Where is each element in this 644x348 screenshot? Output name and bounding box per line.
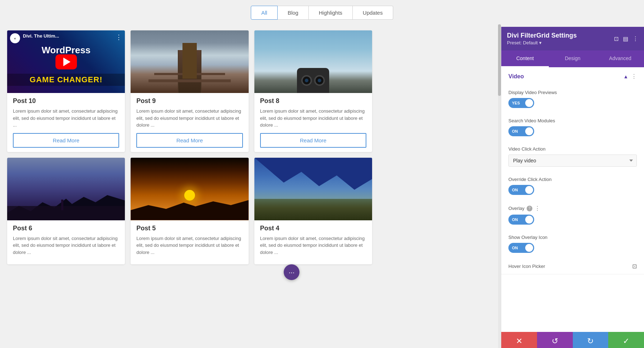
post-card-8: Post 8 Lorem ipsum dolor sit amet, conse…: [254, 30, 372, 152]
search-video-toggle-label: ON: [509, 129, 518, 133]
overlay-help-icon[interactable]: ?: [527, 206, 532, 211]
video-section-title: Video: [508, 73, 524, 80]
hover-icon-picker-button[interactable]: ⊡: [632, 263, 637, 270]
video-click-label: Video Click Action: [508, 146, 637, 152]
display-video-toggle-wrap: YES: [508, 98, 637, 108]
override-click-toggle[interactable]: ON: [508, 185, 534, 195]
search-video-knob: [525, 127, 533, 135]
filter-tab-updates[interactable]: Updates: [353, 6, 393, 20]
post-grid: e Divi. The Ultim... ⋮ WordPress GAME CH…: [7, 30, 372, 264]
save-button[interactable]: ✓: [608, 332, 644, 348]
video-section: Video ▲ ⋮ Display Video Previews YES: [501, 67, 644, 274]
show-overlay-knob: [525, 244, 533, 252]
expand-icon[interactable]: ⊡: [614, 35, 619, 42]
dock-plank: [148, 79, 231, 82]
display-video-toggle[interactable]: YES: [508, 98, 534, 108]
redo-button[interactable]: ↻: [573, 332, 609, 348]
layout-icon[interactable]: ▤: [623, 35, 628, 42]
overlay-toggle-wrap: ON: [508, 215, 637, 225]
section-header-icons: ▲ ⋮: [623, 73, 637, 80]
yt-more-icon[interactable]: ⋮: [116, 33, 122, 41]
save-icon: ✓: [623, 337, 629, 346]
cancel-icon: ✕: [516, 337, 522, 346]
preset-label: Preset: Default: [507, 40, 538, 45]
display-video-knob: [525, 99, 533, 107]
read-more-button-8[interactable]: Read More: [260, 133, 366, 148]
purple-foreground: [7, 206, 125, 220]
search-video-label: Search Video Modules: [508, 118, 637, 123]
tab-content[interactable]: Content: [501, 50, 549, 67]
filter-tabs-bar: All Blog Highlights Updates: [0, 0, 644, 27]
search-video-toggle[interactable]: ON: [508, 126, 534, 136]
post-excerpt-5: Lorem ipsum dolor sit amet, consectetur …: [136, 235, 243, 256]
settings-body: Video ▲ ⋮ Display Video Previews YES: [501, 67, 644, 332]
read-more-button-10[interactable]: Read More: [13, 133, 119, 148]
post-card-body-6: Post 6 Lorem ipsum dolor sit amet, conse…: [7, 220, 125, 265]
binoculars-shape: [297, 68, 329, 93]
settings-header-left: Divi FilterGrid Settings Preset: Default…: [507, 32, 577, 45]
overlay-label: Overlay: [508, 206, 525, 211]
youtube-thumbnail[interactable]: e Divi. The Ultim... ⋮ WordPress GAME CH…: [7, 30, 125, 93]
more-options-icon[interactable]: ⋮: [633, 35, 638, 42]
tab-advanced[interactable]: Advanced: [596, 50, 644, 67]
filter-tab-all[interactable]: All: [251, 6, 278, 20]
tab-design[interactable]: Design: [549, 50, 596, 67]
post-card-body-5: Post 5 Lorem ipsum dolor sit amet, conse…: [131, 220, 248, 265]
binocular-left-eye: [301, 75, 312, 86]
video-section-header[interactable]: Video ▲ ⋮: [501, 67, 644, 85]
read-more-button-9[interactable]: Read More: [136, 133, 243, 148]
post-image-8: [254, 30, 372, 93]
settings-panel: Divi FilterGrid Settings Preset: Default…: [501, 27, 644, 348]
post-card-6: Post 6 Lorem ipsum dolor sit amet, conse…: [7, 158, 125, 265]
grid-area: e Divi. The Ultim... ⋮ WordPress GAME CH…: [0, 27, 501, 348]
elegant-logo: e: [10, 33, 20, 43]
post-title-4: Post 4: [260, 225, 366, 232]
post-title-9: Post 9: [136, 97, 243, 105]
overlay-label-row: Overlay ? ⋮: [508, 205, 637, 212]
display-video-toggle-label: YES: [509, 101, 520, 105]
cancel-button[interactable]: ✕: [501, 332, 537, 348]
show-overlay-toggle[interactable]: ON: [508, 243, 534, 253]
filter-tab-blog[interactable]: Blog: [278, 6, 309, 20]
preset-chevron[interactable]: ▾: [539, 40, 542, 45]
undo-icon: ↺: [552, 337, 558, 346]
floating-menu-button[interactable]: ···: [284, 264, 299, 280]
post-card-10: e Divi. The Ultim... ⋮ WordPress GAME CH…: [7, 30, 125, 152]
post-excerpt-4: Lorem ipsum dolor sit amet, consectetur …: [260, 235, 366, 256]
overlay-dots-icon[interactable]: ⋮: [535, 205, 540, 212]
main-content: e Divi. The Ultim... ⋮ WordPress GAME CH…: [0, 27, 644, 348]
display-video-label: Display Video Previews: [508, 90, 637, 95]
hover-icon-picker-label: Hover Icon Picker: [508, 264, 545, 269]
play-triangle: [63, 58, 70, 66]
dock-plank2: [154, 73, 225, 75]
override-click-knob: [525, 186, 533, 194]
post-image-4: [254, 158, 372, 220]
show-overlay-toggle-label: ON: [509, 246, 518, 250]
search-video-toggle-wrap: ON: [508, 126, 637, 136]
undo-button[interactable]: ↺: [537, 332, 573, 348]
scrollbar-thumb[interactable]: [498, 24, 501, 96]
section-more-icon[interactable]: ⋮: [631, 73, 637, 80]
post-card-5: Post 5 Lorem ipsum dolor sit amet, conse…: [131, 158, 248, 265]
post-title-8: Post 8: [260, 97, 366, 105]
post-title-6: Post 6: [13, 225, 119, 232]
post-excerpt-9: Lorem ipsum dolor sit amet, consectetur …: [136, 108, 243, 129]
scrollbar-track[interactable]: [498, 24, 501, 348]
video-click-select[interactable]: Play video Open link None: [508, 155, 637, 167]
dock-post: [178, 50, 201, 93]
filter-tab-highlights[interactable]: Highlights: [309, 6, 353, 20]
field-display-video-previews: Display Video Previews YES: [501, 85, 644, 114]
post-card-body-8: Post 8 Lorem ipsum dolor sit amet, conse…: [254, 93, 372, 152]
action-bar: ✕ ↺ ↻ ✓: [501, 332, 644, 348]
post-excerpt-10: Lorem ipsum dolor sit amet, consectetur …: [13, 108, 119, 129]
redo-icon: ↻: [587, 337, 594, 346]
sun: [184, 190, 195, 201]
yt-play-button[interactable]: [55, 54, 77, 69]
overlay-knob: [525, 216, 533, 224]
post-image-6: [7, 158, 125, 220]
yt-title: Divi. The Ultim...: [23, 33, 114, 39]
collapse-icon[interactable]: ▲: [623, 74, 628, 79]
show-overlay-icon-label: Show Overlay Icon: [508, 235, 637, 240]
overlay-toggle[interactable]: ON: [508, 215, 534, 225]
settings-tabs: Content Design Advanced: [501, 50, 644, 67]
